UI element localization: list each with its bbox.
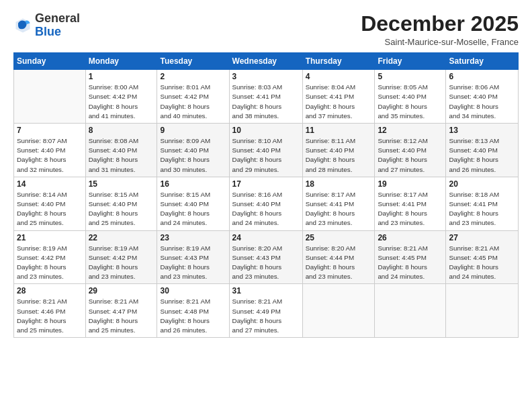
day-info: Sunrise: 8:16 AMSunset: 4:40 PMDaylight:… [232, 190, 300, 228]
day-info: Sunrise: 8:10 AMSunset: 4:40 PMDaylight:… [232, 136, 300, 175]
calendar-week-row: 14Sunrise: 8:14 AMSunset: 4:40 PMDayligh… [14, 177, 519, 230]
day-number: 25 [306, 233, 372, 242]
day-number: 14 [17, 179, 83, 189]
table-row: 30Sunrise: 8:21 AMSunset: 4:48 PMDayligh… [157, 284, 229, 338]
col-sunday: Sunday [14, 53, 86, 70]
day-info: Sunrise: 8:05 AMSunset: 4:40 PMDaylight:… [378, 83, 443, 121]
day-number: 26 [378, 233, 443, 242]
day-number: 24 [232, 233, 300, 242]
day-number: 17 [232, 179, 300, 189]
table-row: 3Sunrise: 8:03 AMSunset: 4:41 PMDaylight… [229, 70, 302, 124]
table-row: 15Sunrise: 8:15 AMSunset: 4:40 PMDayligh… [85, 177, 157, 230]
calendar-week-row: 1Sunrise: 8:00 AMSunset: 4:42 PMDaylight… [14, 70, 519, 124]
table-row: 4Sunrise: 8:04 AMSunset: 4:41 PMDaylight… [302, 70, 375, 124]
table-row: 21Sunrise: 8:19 AMSunset: 4:42 PMDayligh… [14, 230, 86, 284]
day-info: Sunrise: 8:13 AMSunset: 4:40 PMDaylight:… [449, 136, 515, 175]
calendar: Sunday Monday Tuesday Wednesday Thursday… [13, 52, 519, 338]
calendar-week-row: 7Sunrise: 8:07 AMSunset: 4:40 PMDaylight… [14, 124, 519, 177]
day-number: 15 [89, 179, 154, 189]
table-row: 2Sunrise: 8:01 AMSunset: 4:42 PMDaylight… [157, 70, 229, 124]
table-row: 7Sunrise: 8:07 AMSunset: 4:40 PMDaylight… [14, 124, 86, 177]
table-row: 24Sunrise: 8:20 AMSunset: 4:43 PMDayligh… [229, 230, 302, 284]
calendar-week-row: 28Sunrise: 8:21 AMSunset: 4:46 PMDayligh… [14, 284, 519, 338]
day-info: Sunrise: 8:03 AMSunset: 4:41 PMDaylight:… [232, 83, 300, 121]
day-number: 7 [17, 126, 83, 135]
day-number: 16 [160, 179, 226, 189]
table-row: 1Sunrise: 8:00 AMSunset: 4:42 PMDaylight… [85, 70, 157, 124]
day-info: Sunrise: 8:11 AMSunset: 4:40 PMDaylight:… [306, 136, 372, 175]
day-number: 12 [378, 126, 443, 135]
table-row: 23Sunrise: 8:19 AMSunset: 4:43 PMDayligh… [157, 230, 229, 284]
col-saturday: Saturday [446, 53, 519, 70]
table-row: 26Sunrise: 8:21 AMSunset: 4:45 PMDayligh… [375, 230, 446, 284]
logo-general-text: General [35, 11, 80, 25]
day-number: 21 [17, 233, 83, 242]
day-number: 19 [378, 179, 443, 189]
table-row: 19Sunrise: 8:17 AMSunset: 4:41 PMDayligh… [375, 177, 446, 230]
day-number: 2 [160, 72, 226, 81]
day-info: Sunrise: 8:07 AMSunset: 4:40 PMDaylight:… [17, 136, 83, 175]
day-info: Sunrise: 8:17 AMSunset: 4:41 PMDaylight:… [306, 190, 372, 228]
header: General Blue December 2025 Saint-Maurice… [13, 12, 519, 47]
day-info: Sunrise: 8:08 AMSunset: 4:40 PMDaylight:… [89, 136, 154, 175]
day-info: Sunrise: 8:20 AMSunset: 4:43 PMDaylight:… [232, 244, 300, 282]
day-number: 29 [89, 286, 154, 295]
day-number: 28 [17, 286, 83, 295]
location: Saint-Maurice-sur-Moselle, France [361, 37, 519, 47]
table-row: 14Sunrise: 8:14 AMSunset: 4:40 PMDayligh… [14, 177, 86, 230]
title-block: December 2025 Saint-Maurice-sur-Moselle,… [361, 12, 519, 47]
day-number: 8 [89, 126, 154, 135]
col-friday: Friday [375, 53, 446, 70]
day-info: Sunrise: 8:04 AMSunset: 4:41 PMDaylight:… [306, 83, 372, 121]
logo-icon [13, 16, 32, 35]
day-info: Sunrise: 8:06 AMSunset: 4:40 PMDaylight:… [449, 83, 515, 121]
col-thursday: Thursday [302, 53, 375, 70]
day-number: 22 [89, 233, 154, 242]
day-number: 4 [306, 72, 372, 81]
day-info: Sunrise: 8:21 AMSunset: 4:46 PMDaylight:… [17, 297, 83, 335]
day-number: 13 [449, 126, 515, 135]
day-info: Sunrise: 8:14 AMSunset: 4:40 PMDaylight:… [17, 190, 83, 228]
table-row: 22Sunrise: 8:19 AMSunset: 4:42 PMDayligh… [85, 230, 157, 284]
page: General Blue December 2025 Saint-Maurice… [0, 0, 532, 411]
table-row: 29Sunrise: 8:21 AMSunset: 4:47 PMDayligh… [85, 284, 157, 338]
day-info: Sunrise: 8:09 AMSunset: 4:40 PMDaylight:… [160, 136, 226, 175]
day-info: Sunrise: 8:21 AMSunset: 4:47 PMDaylight:… [89, 297, 154, 335]
day-number: 11 [306, 126, 372, 135]
col-tuesday: Tuesday [157, 53, 229, 70]
table-row: 6Sunrise: 8:06 AMSunset: 4:40 PMDaylight… [446, 70, 519, 124]
day-number: 10 [232, 126, 300, 135]
day-info: Sunrise: 8:17 AMSunset: 4:41 PMDaylight:… [378, 190, 443, 228]
day-number: 1 [89, 72, 154, 81]
day-number: 23 [160, 233, 226, 242]
table-row: 17Sunrise: 8:16 AMSunset: 4:40 PMDayligh… [229, 177, 302, 230]
table-row: 20Sunrise: 8:18 AMSunset: 4:41 PMDayligh… [446, 177, 519, 230]
table-row [375, 284, 446, 338]
day-number: 18 [306, 179, 372, 189]
table-row: 10Sunrise: 8:10 AMSunset: 4:40 PMDayligh… [229, 124, 302, 177]
table-row: 18Sunrise: 8:17 AMSunset: 4:41 PMDayligh… [302, 177, 375, 230]
day-number: 30 [160, 286, 226, 295]
day-number: 9 [160, 126, 226, 135]
table-row: 12Sunrise: 8:12 AMSunset: 4:40 PMDayligh… [375, 124, 446, 177]
day-info: Sunrise: 8:19 AMSunset: 4:42 PMDaylight:… [17, 244, 83, 282]
table-row: 13Sunrise: 8:13 AMSunset: 4:40 PMDayligh… [446, 124, 519, 177]
calendar-week-row: 21Sunrise: 8:19 AMSunset: 4:42 PMDayligh… [14, 230, 519, 284]
table-row: 27Sunrise: 8:21 AMSunset: 4:45 PMDayligh… [446, 230, 519, 284]
day-info: Sunrise: 8:00 AMSunset: 4:42 PMDaylight:… [89, 83, 154, 121]
day-info: Sunrise: 8:19 AMSunset: 4:43 PMDaylight:… [160, 244, 226, 282]
table-row: 31Sunrise: 8:21 AMSunset: 4:49 PMDayligh… [229, 284, 302, 338]
table-row [446, 284, 519, 338]
day-number: 5 [378, 72, 443, 81]
day-info: Sunrise: 8:21 AMSunset: 4:48 PMDaylight:… [160, 297, 226, 335]
col-wednesday: Wednesday [229, 53, 302, 70]
table-row: 11Sunrise: 8:11 AMSunset: 4:40 PMDayligh… [302, 124, 375, 177]
day-info: Sunrise: 8:21 AMSunset: 4:49 PMDaylight:… [232, 297, 300, 335]
day-info: Sunrise: 8:15 AMSunset: 4:40 PMDaylight:… [89, 190, 154, 228]
month-title: December 2025 [361, 12, 519, 36]
day-info: Sunrise: 8:15 AMSunset: 4:40 PMDaylight:… [160, 190, 226, 228]
table-row: 9Sunrise: 8:09 AMSunset: 4:40 PMDaylight… [157, 124, 229, 177]
day-info: Sunrise: 8:20 AMSunset: 4:44 PMDaylight:… [306, 244, 372, 282]
day-number: 27 [449, 233, 515, 242]
day-number: 20 [449, 179, 515, 189]
